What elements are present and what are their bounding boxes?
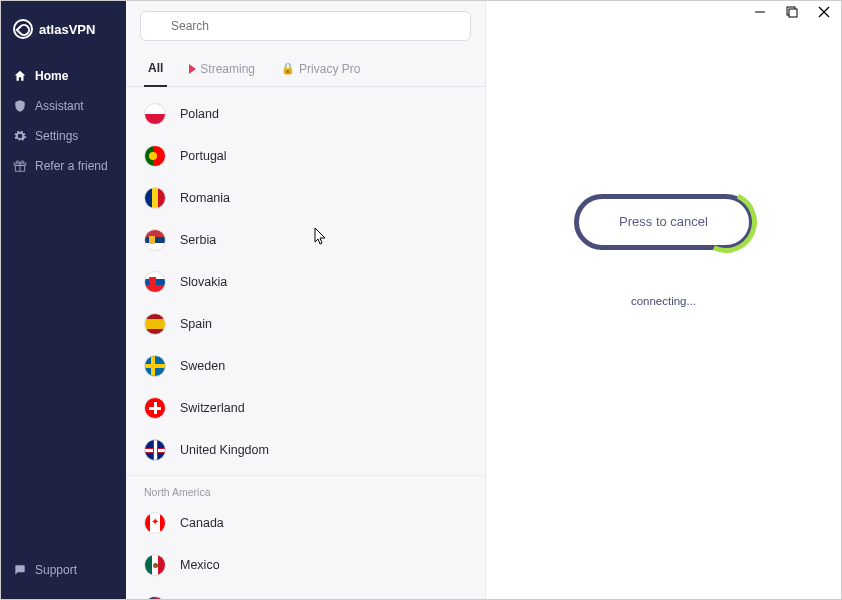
country-switzerland[interactable]: Switzerland xyxy=(126,387,485,429)
chevron-down-icon xyxy=(453,599,467,600)
flag-icon xyxy=(144,145,166,167)
nav-label: Refer a friend xyxy=(35,159,108,173)
country-name: Sweden xyxy=(180,359,225,373)
close-button[interactable] xyxy=(817,5,831,19)
mouse-cursor-icon xyxy=(314,227,328,248)
country-mexico[interactable]: Mexico xyxy=(126,544,485,586)
tab-label: All xyxy=(148,61,163,75)
main-panel: Press to cancel connecting... xyxy=(486,1,841,599)
country-list[interactable]: Poland Portugal Romania Serbia Slovakia … xyxy=(126,87,485,599)
country-name: Canada xyxy=(180,516,224,530)
gear-icon xyxy=(13,129,27,143)
nav-refer[interactable]: Refer a friend xyxy=(1,151,126,181)
lock-icon: 🔒 xyxy=(281,62,295,75)
flag-icon xyxy=(144,103,166,125)
nav-assistant[interactable]: Assistant xyxy=(1,91,126,121)
nav-label: Settings xyxy=(35,129,78,143)
country-canada[interactable]: Canada xyxy=(126,502,485,544)
nav-home[interactable]: Home xyxy=(1,61,126,91)
flag-icon xyxy=(144,439,166,461)
atlas-logo-icon xyxy=(13,19,33,39)
tab-all[interactable]: All xyxy=(144,55,167,87)
window-controls xyxy=(753,1,841,25)
tab-label: Streaming xyxy=(200,62,255,76)
nav-settings[interactable]: Settings xyxy=(1,121,126,151)
home-icon xyxy=(13,69,27,83)
country-sweden[interactable]: Sweden xyxy=(126,345,485,387)
country-name: Serbia xyxy=(180,233,216,247)
flag-icon xyxy=(144,397,166,419)
nav-label: Assistant xyxy=(35,99,84,113)
country-name: Mexico xyxy=(180,558,220,572)
sidebar: atlasVPN Home Assistant Settings xyxy=(1,1,126,599)
country-name: Romania xyxy=(180,191,230,205)
country-portugal[interactable]: Portugal xyxy=(126,135,485,177)
chat-icon xyxy=(13,563,27,577)
country-name: Poland xyxy=(180,107,219,121)
country-name: Spain xyxy=(180,317,212,331)
flag-icon xyxy=(144,187,166,209)
app-name: atlasVPN xyxy=(39,22,95,37)
country-slovakia[interactable]: Slovakia xyxy=(126,261,485,303)
country-united-states[interactable]: United States xyxy=(126,586,485,599)
minimize-button[interactable] xyxy=(753,5,767,19)
shield-icon xyxy=(13,99,27,113)
flag-icon xyxy=(144,355,166,377)
tab-streaming[interactable]: Streaming xyxy=(185,55,259,86)
flag-icon xyxy=(144,596,166,599)
country-united-kingdom[interactable]: United Kingdom xyxy=(126,429,485,471)
play-icon xyxy=(189,64,196,74)
search-input[interactable] xyxy=(140,11,471,41)
flag-icon xyxy=(144,271,166,293)
country-spain[interactable]: Spain xyxy=(126,303,485,345)
flag-icon xyxy=(144,554,166,576)
country-name: Slovakia xyxy=(180,275,227,289)
flag-icon xyxy=(144,313,166,335)
app-logo: atlasVPN xyxy=(1,19,126,61)
tab-label: Privacy Pro xyxy=(299,62,360,76)
country-name: Portugal xyxy=(180,149,227,163)
flag-icon xyxy=(144,229,166,251)
filter-tabs: All Streaming 🔒 Privacy Pro xyxy=(126,47,485,87)
connect-button-wrap: Press to cancel xyxy=(574,194,754,250)
gift-icon xyxy=(13,159,27,173)
svg-rect-2 xyxy=(789,9,797,17)
nav-label: Support xyxy=(35,563,77,577)
tab-privacy-pro[interactable]: 🔒 Privacy Pro xyxy=(277,55,364,86)
maximize-button[interactable] xyxy=(785,5,799,19)
country-serbia[interactable]: Serbia xyxy=(126,219,485,261)
nav-label: Home xyxy=(35,69,68,83)
country-romania[interactable]: Romania xyxy=(126,177,485,219)
country-name: Switzerland xyxy=(180,401,245,415)
country-name: United Kingdom xyxy=(180,443,269,457)
section-north-america: North America xyxy=(126,475,485,502)
connection-status: connecting... xyxy=(631,295,696,307)
nav-support[interactable]: Support xyxy=(1,555,126,585)
flag-icon xyxy=(144,512,166,534)
country-poland[interactable]: Poland xyxy=(126,93,485,135)
server-list-panel: All Streaming 🔒 Privacy Pro Poland Portu… xyxy=(126,1,486,599)
